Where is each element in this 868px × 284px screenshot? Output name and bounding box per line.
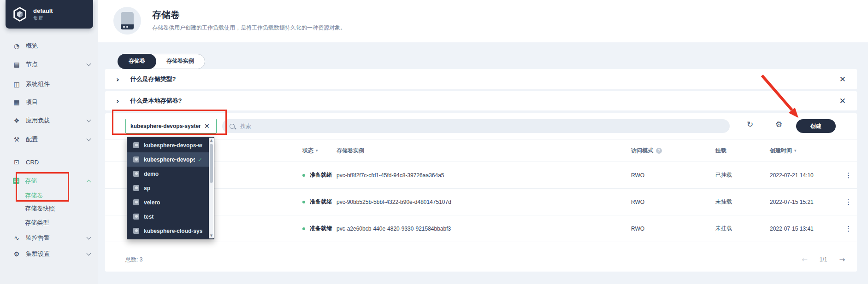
search-input[interactable] [240, 123, 425, 129]
chevron-down-icon [87, 235, 91, 240]
crd-icon: ⊡ [13, 158, 20, 166]
status-cell: 准备就绪 [302, 171, 337, 179]
created-cell: 2022-07-21 14:10 [770, 172, 840, 179]
next-page-icon[interactable]: → [839, 255, 845, 264]
sidebar-item-storage[interactable]: 存储 [0, 173, 98, 189]
sidebar-item-cluster-settings[interactable]: ⚙ 集群设置 [0, 246, 98, 262]
sort-caret-icon: ▾ [794, 148, 797, 153]
workloads-icon: ❖ [13, 117, 20, 124]
filter-tag-input[interactable]: kubesphere-devops-system ✕ [125, 119, 217, 133]
chevron-down-icon [87, 118, 91, 122]
project-filter-dropdown: kubesphere-devops-wor… kubesphere-devops… [127, 137, 214, 239]
access-mode-cell: RWO [631, 226, 715, 232]
help-icon[interactable]: ? [656, 148, 662, 154]
table-toolbar: kubesphere-devops-system ✕ ↻ ⚙ 创建 [105, 113, 857, 139]
scroll-up-icon[interactable]: ▲ [209, 139, 214, 142]
sidebar-item-configuration[interactable]: ⚒ 配置 [0, 132, 98, 147]
sidebar-item-overview[interactable]: ◔ 概览 [0, 38, 98, 54]
column-header-instance: 存储卷实例 [337, 147, 631, 155]
info-banner-storage-class[interactable]: › 什么是存储类型? ✕ [105, 69, 857, 89]
cluster-selector[interactable]: default 集群 [6, 0, 93, 29]
project-icon [133, 156, 139, 162]
page-description: 存储卷供用户创建的工作负载使用，是将工作负载数据持久化的一种资源对象。 [152, 24, 346, 32]
status-cell: 准备就绪 [302, 198, 337, 206]
filter-tag: kubesphere-devops-system [130, 123, 201, 129]
column-header-created[interactable]: 创建时间 ▾ [770, 147, 840, 155]
scrollbar-thumb[interactable] [210, 144, 213, 183]
projects-icon: ▦ [13, 99, 20, 106]
search-bar[interactable] [222, 119, 730, 133]
status-ready-dot [302, 174, 305, 177]
create-button[interactable]: 创建 [796, 119, 836, 133]
dropdown-item[interactable]: velero [127, 195, 214, 209]
nodes-icon: ▤ [13, 61, 20, 68]
sidebar-item-workloads[interactable]: ❖ 应用负载 [0, 113, 98, 128]
dropdown-item[interactable]: kubesphere-devops-wor… [127, 138, 214, 152]
sidebar-item-monitoring[interactable]: ∿ 监控告警 [0, 230, 98, 246]
dropdown-item[interactable]: test [127, 209, 214, 224]
project-icon [133, 228, 139, 234]
access-mode-cell: RWO [631, 172, 715, 179]
row-actions-kebab-icon[interactable]: ⋮ [840, 171, 857, 180]
sidebar-item-components[interactable]: ◫ 系统组件 [0, 76, 98, 92]
project-icon [133, 214, 139, 220]
sidebar-item-crd[interactable]: ⊡ CRD [0, 154, 98, 170]
volumes-table-card: kubesphere-devops-system ✕ ↻ ⚙ 创建 状态 ▾ 存… [105, 113, 857, 272]
dropdown-item[interactable]: sp [127, 181, 214, 195]
cluster-name: default [33, 7, 53, 15]
row-actions-kebab-icon[interactable]: ⋮ [840, 198, 857, 206]
table-row[interactable]: 准备就绪 pvc-a2e60bcb-440e-4820-9330-921584b… [105, 215, 857, 242]
dropdown-item-selected[interactable]: kubesphere-devops-… ✓ [127, 152, 214, 167]
cluster-hexagon-icon [12, 6, 28, 22]
overview-icon: ◔ [13, 42, 20, 50]
search-icon [230, 124, 235, 129]
sidebar-subitem-volumes[interactable]: 存储卷 [25, 190, 43, 202]
sort-caret-icon: ▾ [316, 148, 318, 153]
configuration-icon: ⚒ [13, 136, 20, 143]
refresh-icon[interactable]: ↻ [747, 121, 753, 128]
row-actions-kebab-icon[interactable]: ⋮ [840, 225, 857, 233]
chevron-down-icon [87, 251, 91, 256]
page-header [98, 0, 868, 42]
sidebar-subitem-volume-snapshots[interactable]: 存储卷快照 [25, 203, 55, 214]
mount-cell: 未挂载 [715, 198, 770, 206]
monitoring-icon: ∿ [13, 234, 20, 242]
prev-page-icon[interactable]: ← [802, 255, 808, 264]
chevron-right-icon: › [116, 97, 119, 105]
column-header-access-mode: 访问模式 ? [631, 147, 715, 155]
project-icon [133, 171, 139, 177]
tab-volume-instances[interactable]: 存储卷实例 [155, 54, 205, 69]
page-title: 存储卷 [152, 9, 180, 21]
mount-cell: 已挂载 [715, 171, 770, 179]
sidebar-subitem-storage-classes[interactable]: 存储类型 [25, 217, 49, 229]
instance-cell: pvc-a2e60bcb-440e-4820-9330-921584bbabf3 [337, 226, 631, 232]
status-cell: 准备就绪 [302, 225, 337, 232]
dropdown-item[interactable]: kubesphere-cloud-system [127, 224, 214, 238]
storage-volume-icon [113, 7, 141, 35]
settings-gear-icon[interactable]: ⚙ [775, 121, 782, 128]
table-row[interactable]: 准备就绪 pvc-90bb525b-5bbf-4322-b90e-d480147… [105, 189, 857, 215]
access-mode-cell: RWO [631, 199, 715, 205]
components-icon: ◫ [13, 81, 20, 88]
status-ready-dot [302, 227, 305, 230]
project-icon [133, 185, 139, 191]
status-ready-dot [302, 201, 305, 203]
tab-volumes[interactable]: 存储卷 [118, 54, 156, 69]
close-icon[interactable]: ✕ [839, 97, 846, 105]
sidebar-item-nodes[interactable]: ▤ 节点 [0, 57, 98, 72]
dropdown-scrollbar[interactable]: ▲ ▼ [209, 138, 214, 238]
remove-filter-icon[interactable]: ✕ [204, 123, 210, 129]
chevron-right-icon: › [116, 75, 119, 84]
cluster-type-label: 集群 [33, 15, 53, 22]
scroll-down-icon[interactable]: ▼ [209, 234, 214, 238]
close-icon[interactable]: ✕ [839, 75, 846, 83]
pagination: 总数: 3 ← 1/1 → [105, 251, 857, 268]
table-row[interactable]: 准备就绪 pvc-bf8f2f7c-cfd1-45fd-94c8-39726aa… [105, 162, 857, 189]
chevron-down-icon [87, 62, 91, 66]
dropdown-item[interactable]: demo [127, 167, 214, 181]
info-banner-local-volume[interactable]: › 什么是本地存储卷? ✕ [105, 91, 857, 110]
storage-icon [13, 178, 19, 184]
view-tabs: 存储卷 存储卷实例 [118, 54, 205, 69]
sidebar-item-projects[interactable]: ▦ 项目 [0, 94, 98, 110]
column-header-status[interactable]: 状态 ▾ [302, 147, 337, 155]
